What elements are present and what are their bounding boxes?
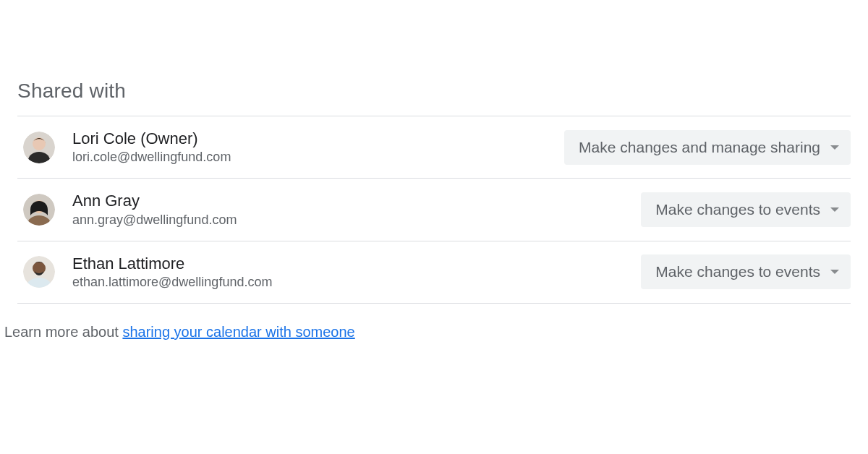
person-email: ethan.lattimore@dwellingfund.com [72,275,624,290]
learn-more-link[interactable]: sharing your calendar with someone [122,324,354,340]
person-info: Ann Gray ann.gray@dwellingfund.com [72,192,624,227]
person-email: lori.cole@dwellingfund.com [72,150,547,165]
permission-dropdown[interactable]: Make changes and manage sharing [564,130,851,165]
avatar [23,132,55,163]
permission-dropdown[interactable]: Make changes to events [641,192,851,227]
person-info: Ethan Lattimore ethan.lattimore@dwelling… [72,254,624,290]
svg-point-11 [33,262,46,275]
footer-text: Learn more about sharing your calendar w… [4,324,851,340]
chevron-down-icon [830,145,839,150]
footer-prefix: Learn more about [4,324,122,340]
section-title: Shared with [17,80,851,103]
person-name: Lori Cole (Owner) [72,129,547,148]
person-email: ann.gray@dwellingfund.com [72,213,624,228]
avatar [23,256,55,288]
list-item: Ethan Lattimore ethan.lattimore@dwelling… [17,241,851,304]
person-name: Ethan Lattimore [72,254,624,273]
list-item: Lori Cole (Owner) lori.cole@dwellingfund… [17,116,851,179]
permission-label: Make changes to events [655,201,820,218]
person-name: Ann Gray [72,192,624,210]
shared-with-list: Lori Cole (Owner) lori.cole@dwellingfund… [17,116,851,304]
list-item: Ann Gray ann.gray@dwellingfund.com Make … [17,179,851,241]
shared-with-section: Shared with Lori Cole (Owner) lori.cole@… [0,0,868,340]
chevron-down-icon [830,207,839,212]
permission-label: Make changes and manage sharing [579,139,820,156]
permission-dropdown[interactable]: Make changes to events [641,254,851,289]
permission-label: Make changes to events [655,263,820,280]
chevron-down-icon [830,270,839,274]
avatar [23,194,55,226]
svg-point-3 [33,137,46,150]
person-info: Lori Cole (Owner) lori.cole@dwellingfund… [72,129,547,165]
